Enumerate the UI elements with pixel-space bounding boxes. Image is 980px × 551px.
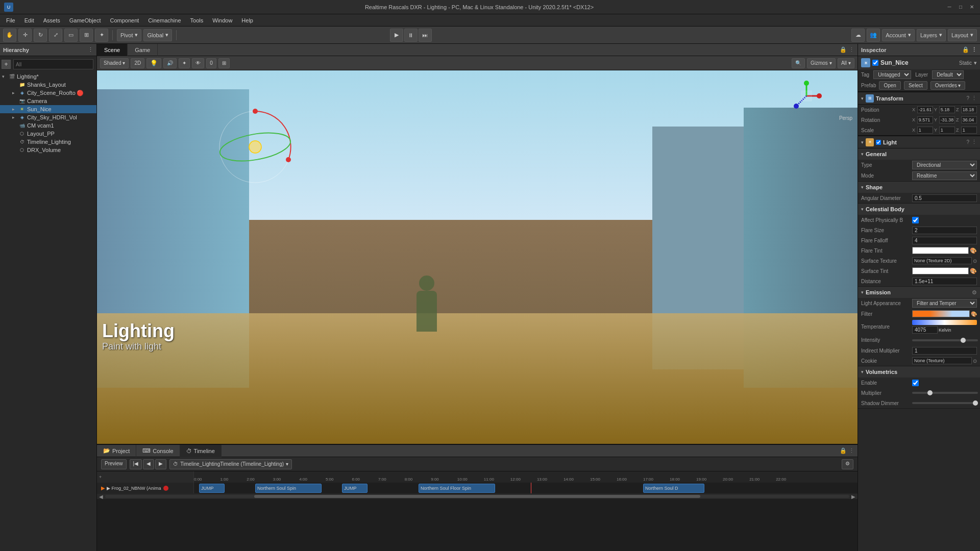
custom-tool[interactable]: ✦ (95, 29, 108, 42)
inspector-more-icon[interactable]: ⋮ (971, 46, 977, 53)
pivot-dropdown[interactable]: Pivot ▾ (117, 29, 141, 41)
hierarchy-item-lighting[interactable]: ▾ 🎬 Lighting* (0, 72, 96, 81)
position-y-input[interactable] (939, 106, 955, 113)
light-component-header[interactable]: ▾ ☀ Light ? ⋮ (858, 135, 980, 148)
menu-window[interactable]: Window (208, 16, 236, 24)
shape-section-header[interactable]: ▾ Shape (858, 182, 980, 193)
clip-northern-soul-spin[interactable]: Northern Soul Spin (255, 484, 322, 493)
menu-help[interactable]: Help (237, 16, 257, 24)
filter-color[interactable] (912, 310, 970, 317)
type-select[interactable]: Directional Point Spot Area (912, 161, 977, 169)
layout-dropdown[interactable]: Layout ▾ (948, 29, 977, 41)
light-active-checkbox[interactable] (876, 140, 881, 145)
tab-scene[interactable]: Scene (97, 44, 128, 56)
viewport-gizmo[interactable] (786, 76, 827, 116)
scale-x-input[interactable] (917, 127, 933, 134)
collab-button[interactable]: 👥 (867, 29, 880, 42)
move-tool[interactable]: ✛ (18, 29, 32, 42)
indirect-multiplier-input[interactable] (912, 347, 977, 355)
tab-project[interactable]: 📂 Project (97, 445, 136, 457)
object-active-checkbox[interactable] (872, 60, 878, 66)
position-x-input[interactable] (917, 106, 933, 113)
layers-dropdown[interactable]: Layers ▾ (917, 29, 946, 41)
intensity-slider[interactable] (912, 339, 978, 341)
step-button[interactable]: ⏭ (419, 29, 432, 42)
maximize-button[interactable]: □ (957, 3, 965, 11)
mode-select[interactable]: Realtime Baked Mixed (912, 171, 977, 180)
visibility-toggle[interactable]: 👁 (192, 58, 204, 68)
rotation-x-input[interactable] (917, 116, 933, 123)
enable-checkbox[interactable] (912, 380, 919, 386)
light-settings-icon[interactable]: ⋮ (971, 139, 977, 145)
rotation-y-input[interactable] (939, 116, 955, 123)
track-record-btn[interactable] (163, 486, 168, 491)
scene-search[interactable]: 🔍 (792, 58, 805, 68)
audio-toggle[interactable]: 🔊 (163, 58, 177, 68)
timeline-settings-btn[interactable]: ⚙ (842, 459, 853, 469)
multiplier-slider[interactable] (912, 392, 978, 394)
transform-tool[interactable]: ⊞ (80, 29, 93, 42)
2d-button[interactable]: 2D (131, 58, 144, 68)
light-help-icon[interactable]: ? (966, 139, 969, 145)
scale-z-input[interactable] (961, 127, 977, 134)
distance-input[interactable] (912, 278, 977, 285)
clip-jump-1[interactable]: JUMP (199, 484, 225, 493)
menu-edit[interactable]: Edit (20, 16, 38, 24)
emission-section-header[interactable]: ▾ Emission ⚙ (858, 287, 980, 298)
effects-toggle[interactable]: ✦ (179, 58, 190, 68)
play-timeline-btn[interactable]: ▶ (155, 459, 166, 469)
menu-gameobject[interactable]: GameObject (65, 16, 105, 24)
rotation-z-input[interactable] (961, 116, 977, 123)
gizmos-dropdown[interactable]: Gizmos ▾ (807, 58, 836, 68)
timeline-scrollbar-thumb[interactable] (254, 495, 701, 498)
rotate-tool[interactable]: ↻ (34, 29, 47, 42)
affect-physically-checkbox[interactable] (912, 217, 919, 223)
filter-color-picker[interactable]: 🎨 (971, 311, 977, 317)
surface-tint-picker[interactable]: 🎨 (970, 268, 977, 274)
play-button[interactable]: ▶ (390, 29, 403, 42)
tab-console[interactable]: ⌨ Console (136, 445, 180, 457)
tab-timeline[interactable]: ⏱ Timeline (180, 445, 222, 457)
clip-floor-spin[interactable]: Northern Soul Floor Spin (419, 484, 495, 493)
all-dropdown[interactable]: All ▾ (838, 58, 854, 68)
account-dropdown[interactable]: Account ▾ (882, 29, 915, 41)
menu-file[interactable]: File (2, 16, 19, 24)
track-content[interactable]: JUMP Northern Soul Spin JUMP Northern So… (194, 483, 857, 493)
more-icon[interactable]: ⋮ (849, 46, 854, 53)
flare-tint-color[interactable] (912, 247, 969, 254)
layer-select[interactable]: Default (932, 70, 964, 79)
viewport[interactable]: Persp Lighting Paint with light (97, 70, 857, 444)
hierarchy-item-sun-nice[interactable]: ▸ ☀ Sun_Nice (0, 105, 96, 113)
menu-assets[interactable]: Assets (39, 16, 64, 24)
hierarchy-add-button[interactable]: + (2, 60, 11, 69)
flare-size-input[interactable] (912, 227, 977, 234)
hierarchy-search-input[interactable] (13, 59, 93, 69)
overlay-num[interactable]: 0 (206, 58, 216, 68)
transform-help-icon[interactable]: ? (966, 95, 969, 101)
hierarchy-item-vcam1[interactable]: 📹 CM vcam1 (0, 121, 96, 130)
color-picker-icon[interactable]: 🎨 (970, 247, 977, 254)
hierarchy-item-city-scene[interactable]: ▸ ◈ City_Scene_Roofto 🔴 (0, 89, 96, 97)
emission-settings-icon[interactable]: ⚙ (972, 289, 977, 296)
lock-icon[interactable]: 🔒 (840, 46, 847, 53)
playhead[interactable] (531, 483, 531, 493)
menu-tools[interactable]: Tools (186, 16, 208, 24)
hierarchy-item-city-sky[interactable]: ▸ ◈ City_Sky_HDRI_Vol (0, 113, 96, 121)
surface-tint-color[interactable] (912, 267, 969, 274)
menu-component[interactable]: Component (106, 16, 143, 24)
hierarchy-item-shanks[interactable]: 📁 Shanks_Layout (0, 81, 96, 89)
timeline-scroll-left[interactable]: ◀ (99, 494, 103, 499)
hierarchy-item-camera[interactable]: 📷 Camera (0, 97, 96, 105)
angular-diameter-input[interactable] (912, 194, 977, 202)
pause-button[interactable]: ⏸ (404, 29, 418, 42)
prev-frame-btn[interactable]: ◀ (143, 459, 154, 469)
tab-game[interactable]: Game (128, 44, 158, 56)
hierarchy-item-timeline[interactable]: ⏱ Timeline_Lighting (0, 138, 96, 146)
inspector-lock-icon[interactable]: 🔒 (962, 46, 969, 53)
cookie-btn[interactable]: ⊙ (973, 358, 977, 364)
static-arrow[interactable]: ▾ (974, 60, 977, 66)
rect-tool[interactable]: ▭ (64, 29, 78, 42)
prefab-select-btn[interactable]: Select (904, 81, 927, 90)
timeline-scroll-right[interactable]: ▶ (851, 494, 855, 499)
celestial-body-header[interactable]: ▾ Celestial Body (858, 204, 980, 215)
